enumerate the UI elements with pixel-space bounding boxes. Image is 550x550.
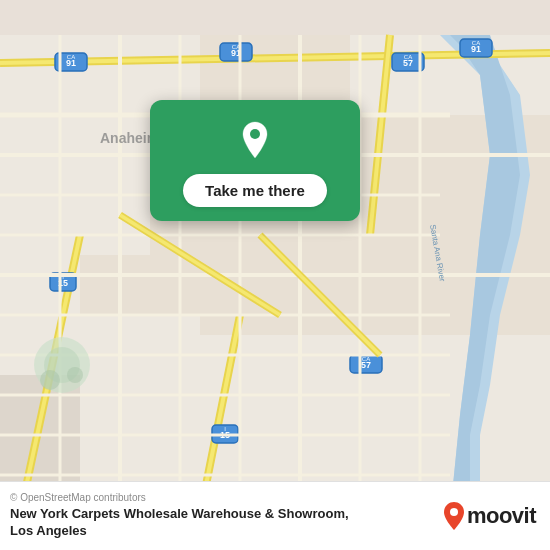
location-pin-icon — [233, 118, 277, 162]
svg-point-65 — [40, 370, 60, 390]
moovit-pin-icon — [443, 502, 465, 530]
map-svg: 91 CA 91 CA 91 CA 57 CA 57 CA 15 I 15 — [0, 0, 550, 550]
svg-point-68 — [250, 129, 260, 139]
moovit-text: moovit — [467, 503, 536, 529]
bottom-info: © OpenStreetMap contributors New York Ca… — [10, 492, 350, 540]
map-container: 91 CA 91 CA 91 CA 57 CA 57 CA 15 I 15 — [0, 0, 550, 550]
attribution-text: © OpenStreetMap contributors — [10, 492, 350, 503]
svg-point-66 — [67, 367, 83, 383]
location-name: New York Carpets Wholesale Warehouse & S… — [10, 506, 350, 540]
moovit-logo: moovit — [443, 502, 536, 530]
svg-text:CA: CA — [472, 40, 480, 46]
svg-text:CA: CA — [67, 54, 75, 60]
svg-text:CA: CA — [362, 356, 370, 362]
take-me-there-button[interactable]: Take me there — [183, 174, 327, 207]
bottom-bar: © OpenStreetMap contributors New York Ca… — [0, 481, 550, 550]
svg-point-69 — [450, 508, 458, 516]
svg-text:CA: CA — [404, 54, 412, 60]
popup-card: Take me there — [150, 100, 360, 221]
